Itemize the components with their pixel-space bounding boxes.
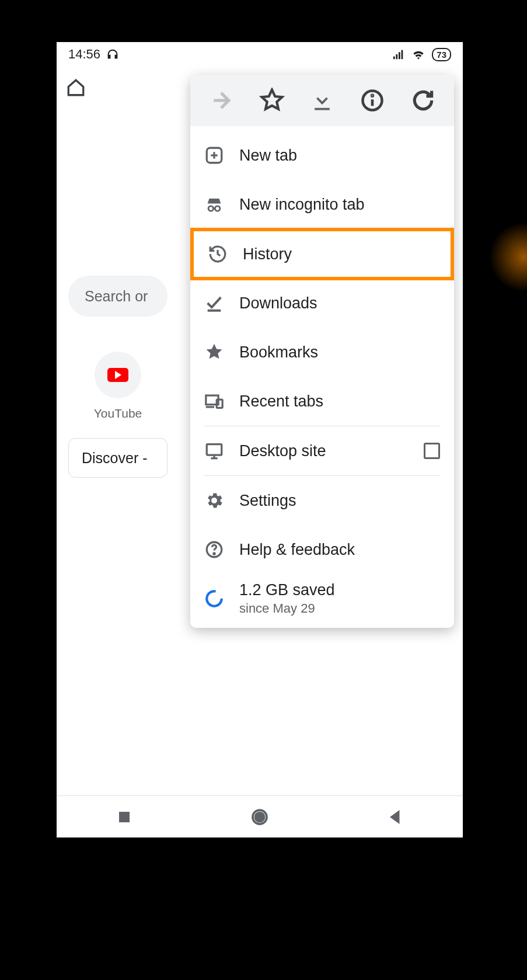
menu-action-row xyxy=(190,75,454,126)
reload-button[interactable] xyxy=(410,88,436,113)
discover-card[interactable]: Discover - xyxy=(68,438,167,478)
menu-label: New tab xyxy=(239,147,297,165)
cellular-icon xyxy=(392,48,405,61)
desktop-site-checkbox[interactable] xyxy=(424,443,440,459)
menu-label: Desktop site xyxy=(239,442,326,460)
svg-point-22 xyxy=(207,591,222,606)
menu-label: New incognito tab xyxy=(239,196,365,214)
battery-indicator: 73 xyxy=(432,48,451,61)
nav-back-button[interactable] xyxy=(385,807,406,828)
menu-item-recent-tabs[interactable]: Recent tabs xyxy=(190,377,454,426)
menu-label: Help & feedback xyxy=(239,541,355,559)
devices-icon xyxy=(204,391,224,411)
menu-label: Recent tabs xyxy=(239,392,323,411)
svg-rect-3 xyxy=(402,50,403,60)
svg-rect-0 xyxy=(393,57,395,60)
svg-point-6 xyxy=(372,95,373,96)
shortcut-icon-circle xyxy=(95,352,141,398)
plus-box-icon xyxy=(204,145,224,165)
menu-item-help[interactable]: Help & feedback xyxy=(190,525,454,574)
menu-item-data-saved[interactable]: 1.2 GB saved since May 29 xyxy=(190,574,454,623)
nav-home-button[interactable] xyxy=(249,807,270,828)
svg-rect-23 xyxy=(119,812,130,822)
data-saved-text: 1.2 GB saved since May 29 xyxy=(239,581,335,616)
help-icon xyxy=(204,540,224,559)
menu-item-settings[interactable]: Settings xyxy=(190,476,454,525)
home-icon[interactable] xyxy=(66,78,86,98)
menu-label: Bookmarks xyxy=(239,343,318,362)
youtube-icon xyxy=(107,368,128,382)
shortcut-label: YouTube xyxy=(68,406,167,421)
info-button[interactable] xyxy=(360,88,385,113)
svg-point-10 xyxy=(208,206,214,211)
check-underline-icon xyxy=(204,293,224,313)
status-bar: 14:56 73 xyxy=(57,42,463,67)
status-right: 73 xyxy=(392,48,451,61)
menu-item-desktop-site[interactable]: Desktop site xyxy=(190,426,454,475)
menu-label: History xyxy=(243,245,292,263)
discover-label: Discover - xyxy=(82,450,148,467)
status-left: 14:56 xyxy=(68,47,119,62)
android-nav-bar xyxy=(57,795,463,837)
history-icon xyxy=(208,244,228,264)
menu-label: Settings xyxy=(239,492,296,510)
decorative-glow xyxy=(489,222,527,292)
svg-rect-1 xyxy=(396,54,398,59)
svg-point-11 xyxy=(215,206,220,211)
desktop-icon xyxy=(204,441,224,461)
incognito-icon xyxy=(204,194,224,214)
menu-list: New tab New incognito tab History Do xyxy=(190,126,454,628)
phone-screen: 14:56 73 Search or xyxy=(57,42,463,837)
bookmark-star-button[interactable] xyxy=(259,88,285,113)
svg-point-21 xyxy=(214,553,215,554)
search-input[interactable]: Search or xyxy=(68,276,167,317)
shortcut-youtube[interactable]: YouTube xyxy=(68,352,167,421)
data-saver-icon xyxy=(204,589,224,609)
menu-item-downloads[interactable]: Downloads xyxy=(190,279,454,328)
menu-label: Downloads xyxy=(239,294,317,312)
svg-rect-17 xyxy=(207,444,222,455)
menu-item-new-tab[interactable]: New tab xyxy=(190,131,454,180)
search-placeholder: Search or xyxy=(85,288,148,305)
menu-item-history[interactable]: History xyxy=(190,228,454,280)
download-button[interactable] xyxy=(309,88,335,113)
star-filled-icon xyxy=(204,342,224,362)
headphones-icon xyxy=(106,48,119,61)
svg-point-25 xyxy=(256,812,264,821)
data-saved-since: since May 29 xyxy=(239,600,335,617)
menu-item-bookmarks[interactable]: Bookmarks xyxy=(190,328,454,377)
forward-button[interactable] xyxy=(208,88,234,113)
gear-icon xyxy=(204,491,224,510)
wifi-icon xyxy=(411,48,426,61)
data-saved-amount: 1.2 GB saved xyxy=(239,581,335,600)
svg-rect-16 xyxy=(217,399,222,408)
status-time: 14:56 xyxy=(68,47,100,62)
nav-recent-button[interactable] xyxy=(114,807,135,828)
svg-rect-2 xyxy=(399,52,400,59)
menu-item-incognito[interactable]: New incognito tab xyxy=(190,180,454,229)
overflow-menu: New tab New incognito tab History Do xyxy=(190,75,454,628)
